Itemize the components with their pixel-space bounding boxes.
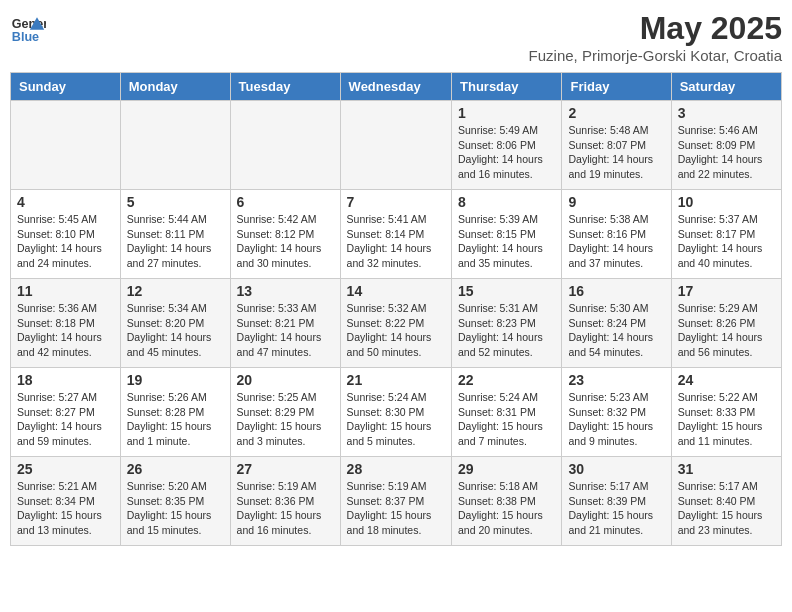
day-number: 20 <box>237 372 334 388</box>
calendar-table: SundayMondayTuesdayWednesdayThursdayFrid… <box>10 72 782 546</box>
header-friday: Friday <box>562 73 671 101</box>
calendar-cell: 8Sunrise: 5:39 AM Sunset: 8:15 PM Daylig… <box>452 190 562 279</box>
month-title: May 2025 <box>529 10 782 47</box>
day-info: Sunrise: 5:44 AM Sunset: 8:11 PM Dayligh… <box>127 212 224 271</box>
cell-content: 3Sunrise: 5:46 AM Sunset: 8:09 PM Daylig… <box>678 105 775 185</box>
calendar-week-row: 25Sunrise: 5:21 AM Sunset: 8:34 PM Dayli… <box>11 457 782 546</box>
day-number: 1 <box>458 105 555 121</box>
day-info: Sunrise: 5:23 AM Sunset: 8:32 PM Dayligh… <box>568 390 664 449</box>
calendar-cell <box>11 101 121 190</box>
calendar-cell: 13Sunrise: 5:33 AM Sunset: 8:21 PM Dayli… <box>230 279 340 368</box>
day-info: Sunrise: 5:17 AM Sunset: 8:40 PM Dayligh… <box>678 479 775 538</box>
calendar-week-row: 4Sunrise: 5:45 AM Sunset: 8:10 PM Daylig… <box>11 190 782 279</box>
cell-content: 25Sunrise: 5:21 AM Sunset: 8:34 PM Dayli… <box>17 461 114 541</box>
day-info: Sunrise: 5:38 AM Sunset: 8:16 PM Dayligh… <box>568 212 664 271</box>
svg-text:Blue: Blue <box>12 30 39 44</box>
day-info: Sunrise: 5:41 AM Sunset: 8:14 PM Dayligh… <box>347 212 445 271</box>
header-saturday: Saturday <box>671 73 781 101</box>
cell-content: 7Sunrise: 5:41 AM Sunset: 8:14 PM Daylig… <box>347 194 445 274</box>
header-monday: Monday <box>120 73 230 101</box>
day-info: Sunrise: 5:24 AM Sunset: 8:30 PM Dayligh… <box>347 390 445 449</box>
cell-content: 14Sunrise: 5:32 AM Sunset: 8:22 PM Dayli… <box>347 283 445 363</box>
calendar-cell: 24Sunrise: 5:22 AM Sunset: 8:33 PM Dayli… <box>671 368 781 457</box>
calendar-cell: 22Sunrise: 5:24 AM Sunset: 8:31 PM Dayli… <box>452 368 562 457</box>
calendar-cell: 15Sunrise: 5:31 AM Sunset: 8:23 PM Dayli… <box>452 279 562 368</box>
calendar-cell: 28Sunrise: 5:19 AM Sunset: 8:37 PM Dayli… <box>340 457 451 546</box>
cell-content: 17Sunrise: 5:29 AM Sunset: 8:26 PM Dayli… <box>678 283 775 363</box>
cell-content: 4Sunrise: 5:45 AM Sunset: 8:10 PM Daylig… <box>17 194 114 274</box>
day-number: 31 <box>678 461 775 477</box>
cell-content: 26Sunrise: 5:20 AM Sunset: 8:35 PM Dayli… <box>127 461 224 541</box>
day-info: Sunrise: 5:39 AM Sunset: 8:15 PM Dayligh… <box>458 212 555 271</box>
day-info: Sunrise: 5:25 AM Sunset: 8:29 PM Dayligh… <box>237 390 334 449</box>
calendar-cell: 10Sunrise: 5:37 AM Sunset: 8:17 PM Dayli… <box>671 190 781 279</box>
cell-content: 27Sunrise: 5:19 AM Sunset: 8:36 PM Dayli… <box>237 461 334 541</box>
calendar-cell: 30Sunrise: 5:17 AM Sunset: 8:39 PM Dayli… <box>562 457 671 546</box>
day-number: 14 <box>347 283 445 299</box>
day-number: 23 <box>568 372 664 388</box>
cell-content: 13Sunrise: 5:33 AM Sunset: 8:21 PM Dayli… <box>237 283 334 363</box>
cell-content: 21Sunrise: 5:24 AM Sunset: 8:30 PM Dayli… <box>347 372 445 452</box>
day-number: 22 <box>458 372 555 388</box>
day-number: 5 <box>127 194 224 210</box>
day-number: 25 <box>17 461 114 477</box>
calendar-cell: 29Sunrise: 5:18 AM Sunset: 8:38 PM Dayli… <box>452 457 562 546</box>
calendar-week-row: 18Sunrise: 5:27 AM Sunset: 8:27 PM Dayli… <box>11 368 782 457</box>
day-info: Sunrise: 5:26 AM Sunset: 8:28 PM Dayligh… <box>127 390 224 449</box>
cell-content: 23Sunrise: 5:23 AM Sunset: 8:32 PM Dayli… <box>568 372 664 452</box>
day-number: 4 <box>17 194 114 210</box>
header-thursday: Thursday <box>452 73 562 101</box>
cell-content: 22Sunrise: 5:24 AM Sunset: 8:31 PM Dayli… <box>458 372 555 452</box>
calendar-cell: 26Sunrise: 5:20 AM Sunset: 8:35 PM Dayli… <box>120 457 230 546</box>
day-info: Sunrise: 5:49 AM Sunset: 8:06 PM Dayligh… <box>458 123 555 182</box>
cell-content: 2Sunrise: 5:48 AM Sunset: 8:07 PM Daylig… <box>568 105 664 185</box>
logo-icon: General Blue <box>10 10 46 46</box>
day-number: 30 <box>568 461 664 477</box>
calendar-cell: 1Sunrise: 5:49 AM Sunset: 8:06 PM Daylig… <box>452 101 562 190</box>
day-number: 12 <box>127 283 224 299</box>
calendar-cell: 16Sunrise: 5:30 AM Sunset: 8:24 PM Dayli… <box>562 279 671 368</box>
cell-content: 12Sunrise: 5:34 AM Sunset: 8:20 PM Dayli… <box>127 283 224 363</box>
day-info: Sunrise: 5:17 AM Sunset: 8:39 PM Dayligh… <box>568 479 664 538</box>
cell-content: 8Sunrise: 5:39 AM Sunset: 8:15 PM Daylig… <box>458 194 555 274</box>
calendar-cell: 20Sunrise: 5:25 AM Sunset: 8:29 PM Dayli… <box>230 368 340 457</box>
day-number: 13 <box>237 283 334 299</box>
day-number: 26 <box>127 461 224 477</box>
day-number: 9 <box>568 194 664 210</box>
calendar-cell: 6Sunrise: 5:42 AM Sunset: 8:12 PM Daylig… <box>230 190 340 279</box>
cell-content: 10Sunrise: 5:37 AM Sunset: 8:17 PM Dayli… <box>678 194 775 274</box>
day-info: Sunrise: 5:37 AM Sunset: 8:17 PM Dayligh… <box>678 212 775 271</box>
day-number: 2 <box>568 105 664 121</box>
cell-content: 11Sunrise: 5:36 AM Sunset: 8:18 PM Dayli… <box>17 283 114 363</box>
day-number: 17 <box>678 283 775 299</box>
calendar-cell: 11Sunrise: 5:36 AM Sunset: 8:18 PM Dayli… <box>11 279 121 368</box>
calendar-cell <box>120 101 230 190</box>
calendar-cell: 2Sunrise: 5:48 AM Sunset: 8:07 PM Daylig… <box>562 101 671 190</box>
calendar-cell: 7Sunrise: 5:41 AM Sunset: 8:14 PM Daylig… <box>340 190 451 279</box>
day-info: Sunrise: 5:45 AM Sunset: 8:10 PM Dayligh… <box>17 212 114 271</box>
calendar-cell: 21Sunrise: 5:24 AM Sunset: 8:30 PM Dayli… <box>340 368 451 457</box>
day-info: Sunrise: 5:33 AM Sunset: 8:21 PM Dayligh… <box>237 301 334 360</box>
day-info: Sunrise: 5:48 AM Sunset: 8:07 PM Dayligh… <box>568 123 664 182</box>
cell-content: 29Sunrise: 5:18 AM Sunset: 8:38 PM Dayli… <box>458 461 555 541</box>
day-info: Sunrise: 5:34 AM Sunset: 8:20 PM Dayligh… <box>127 301 224 360</box>
day-number: 19 <box>127 372 224 388</box>
title-area: May 2025 Fuzine, Primorje-Gorski Kotar, … <box>529 10 782 64</box>
day-info: Sunrise: 5:27 AM Sunset: 8:27 PM Dayligh… <box>17 390 114 449</box>
day-number: 21 <box>347 372 445 388</box>
cell-content: 5Sunrise: 5:44 AM Sunset: 8:11 PM Daylig… <box>127 194 224 274</box>
day-info: Sunrise: 5:18 AM Sunset: 8:38 PM Dayligh… <box>458 479 555 538</box>
calendar-week-row: 11Sunrise: 5:36 AM Sunset: 8:18 PM Dayli… <box>11 279 782 368</box>
calendar-cell: 4Sunrise: 5:45 AM Sunset: 8:10 PM Daylig… <box>11 190 121 279</box>
location-title: Fuzine, Primorje-Gorski Kotar, Croatia <box>529 47 782 64</box>
day-info: Sunrise: 5:29 AM Sunset: 8:26 PM Dayligh… <box>678 301 775 360</box>
day-info: Sunrise: 5:46 AM Sunset: 8:09 PM Dayligh… <box>678 123 775 182</box>
cell-content: 31Sunrise: 5:17 AM Sunset: 8:40 PM Dayli… <box>678 461 775 541</box>
calendar-header-row: SundayMondayTuesdayWednesdayThursdayFrid… <box>11 73 782 101</box>
cell-content: 16Sunrise: 5:30 AM Sunset: 8:24 PM Dayli… <box>568 283 664 363</box>
day-number: 29 <box>458 461 555 477</box>
calendar-cell: 19Sunrise: 5:26 AM Sunset: 8:28 PM Dayli… <box>120 368 230 457</box>
header-wednesday: Wednesday <box>340 73 451 101</box>
calendar-cell: 14Sunrise: 5:32 AM Sunset: 8:22 PM Dayli… <box>340 279 451 368</box>
day-number: 18 <box>17 372 114 388</box>
